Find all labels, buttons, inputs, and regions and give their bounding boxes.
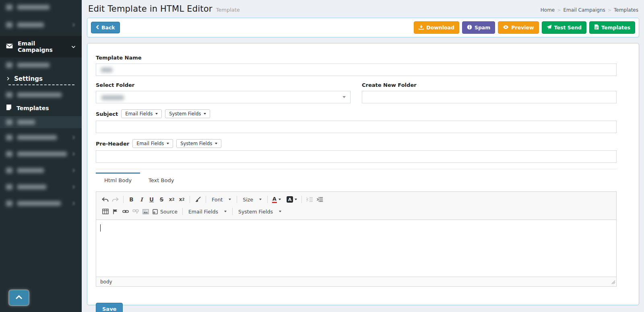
- preheader-group: Pre-Header Email Fields System Fields: [96, 139, 617, 163]
- outdent-icon[interactable]: [305, 195, 315, 204]
- preview-button-label: Preview: [511, 25, 534, 31]
- sidebar-item-redacted-4[interactable]: [0, 89, 82, 101]
- section-divider: [96, 169, 617, 169]
- redacted-icon: [6, 168, 12, 173]
- sidebar-item-email-campaigns[interactable]: Email Campaigns: [0, 36, 82, 57]
- select-folder-group: Select Folder: [96, 82, 351, 103]
- preheader-email-fields-dropdown[interactable]: Email Fields: [132, 139, 173, 148]
- sidebar-item-redacted-9[interactable]: [0, 180, 82, 194]
- sidebar-item-redacted-10[interactable]: [0, 196, 82, 211]
- source-button[interactable]: Source: [151, 209, 180, 215]
- breadcrumb-home[interactable]: Home: [541, 7, 555, 13]
- editor-system-fields-dropdown[interactable]: System Fields: [235, 209, 284, 215]
- redacted-label: [17, 135, 57, 140]
- subject-input[interactable]: [96, 121, 617, 133]
- sidebar-item-settings[interactable]: Settings: [0, 71, 82, 87]
- spam-button-label: Spam: [475, 25, 490, 31]
- caret-down-icon: [279, 199, 281, 200]
- sidebar-item-label: Email Campaigns: [18, 40, 66, 53]
- unlink-icon[interactable]: [130, 207, 140, 216]
- background-color-icon[interactable]: A: [285, 196, 299, 203]
- preheader-system-fields-dropdown[interactable]: System Fields: [176, 139, 221, 148]
- sidebar-item-redacted-5[interactable]: [0, 116, 82, 128]
- bold-icon[interactable]: B: [126, 195, 136, 204]
- size-dropdown[interactable]: Size: [240, 197, 264, 203]
- chevron-right-icon: [72, 168, 76, 172]
- resize-grip-icon[interactable]: [611, 280, 615, 285]
- send-icon: [547, 25, 552, 31]
- download-button[interactable]: Download: [414, 21, 459, 34]
- redacted-label: [17, 23, 44, 27]
- system-fields-label: System Fields: [238, 209, 273, 215]
- editor-status-bar: body: [96, 277, 616, 286]
- sidebar-item-redacted-2[interactable]: [0, 18, 82, 32]
- chevron-right-icon: [72, 23, 76, 27]
- subject-email-fields-dropdown[interactable]: Email Fields: [121, 109, 162, 118]
- source-label: Source: [160, 209, 178, 215]
- chevron-up-icon: [15, 295, 23, 301]
- page-title: Edit Template in HTML Editor: [88, 4, 213, 14]
- sidebar-item-redacted-6[interactable]: [0, 130, 82, 145]
- element-path[interactable]: body: [100, 279, 112, 285]
- link-icon[interactable]: [120, 207, 130, 216]
- font-dropdown[interactable]: Font: [209, 197, 234, 203]
- image-icon[interactable]: [140, 207, 151, 216]
- undo-icon[interactable]: [100, 195, 110, 204]
- redacted-label: [17, 5, 50, 10]
- redacted-icon: [6, 22, 12, 28]
- redacted-icon: [6, 4, 12, 10]
- toolbar-separator: [237, 196, 237, 203]
- redo-icon[interactable]: [110, 195, 120, 204]
- toolbar-right-buttons: Download Spam Preview: [414, 21, 635, 34]
- superscript-icon[interactable]: x2: [177, 195, 187, 204]
- main-content: Edit Template in HTML Editor Template Ho…: [82, 0, 644, 312]
- preview-button[interactable]: Preview: [498, 21, 539, 34]
- templates-button[interactable]: Templates: [589, 21, 635, 34]
- editor-email-fields-dropdown[interactable]: Email Fields: [186, 209, 229, 215]
- toolbar-separator: [123, 196, 124, 203]
- template-name-input[interactable]: [96, 64, 617, 76]
- tab-text-body[interactable]: Text Body: [140, 172, 182, 187]
- redacted-label: [17, 120, 35, 125]
- create-new-folder-label: Create New Folder: [362, 82, 617, 88]
- back-button[interactable]: Back: [91, 22, 120, 33]
- anchor-flag-icon[interactable]: [110, 207, 120, 216]
- redacted-label: [17, 185, 46, 189]
- redacted-label: [17, 201, 61, 206]
- breadcrumb: Home > Email Campaigns > Templates: [541, 7, 638, 13]
- sidebar-item-redacted-8[interactable]: [0, 163, 82, 178]
- underline-icon[interactable]: U: [147, 195, 157, 204]
- editor-content-area[interactable]: [96, 220, 616, 277]
- system-fields-label: System Fields: [169, 111, 201, 117]
- sidebar-item-redacted-3[interactable]: [0, 59, 82, 71]
- email-fields-label: Email Fields: [136, 141, 164, 146]
- test-send-button-label: Test Send: [554, 25, 582, 31]
- scroll-to-top-button[interactable]: [9, 290, 29, 305]
- text-color-icon[interactable]: A: [270, 196, 283, 203]
- table-icon[interactable]: [100, 207, 110, 216]
- subject-system-fields-dropdown[interactable]: System Fields: [165, 109, 210, 118]
- create-folder-group: Create New Folder: [362, 82, 617, 103]
- folder-select[interactable]: [96, 91, 351, 103]
- sidebar: Email Campaigns Settings: [0, 0, 82, 312]
- sidebar-item-redacted-1[interactable]: [0, 0, 82, 14]
- copy-formatting-icon[interactable]: [193, 195, 203, 204]
- sidebar-item-templates[interactable]: Templates: [0, 101, 82, 115]
- preheader-input[interactable]: [96, 150, 617, 163]
- test-send-button[interactable]: Test Send: [542, 21, 586, 34]
- caret-down-icon: [224, 211, 227, 212]
- breadcrumb-email-campaigns[interactable]: Email Campaigns: [563, 7, 605, 13]
- create-new-folder-input[interactable]: [362, 91, 617, 103]
- indent-icon[interactable]: [315, 195, 325, 204]
- download-icon: [419, 25, 424, 31]
- sidebar-item-redacted-7[interactable]: [0, 147, 82, 161]
- chevron-right-icon: [72, 185, 76, 189]
- redacted-icon: [6, 135, 12, 140]
- spam-button[interactable]: Spam: [462, 21, 495, 34]
- size-dropdown-label: Size: [243, 197, 253, 203]
- strikethrough-icon[interactable]: S: [157, 195, 167, 204]
- italic-icon[interactable]: I: [136, 195, 147, 204]
- tab-html-body[interactable]: Html Body: [96, 172, 140, 187]
- save-button[interactable]: Save: [96, 303, 123, 312]
- subscript-icon[interactable]: x2: [167, 195, 177, 204]
